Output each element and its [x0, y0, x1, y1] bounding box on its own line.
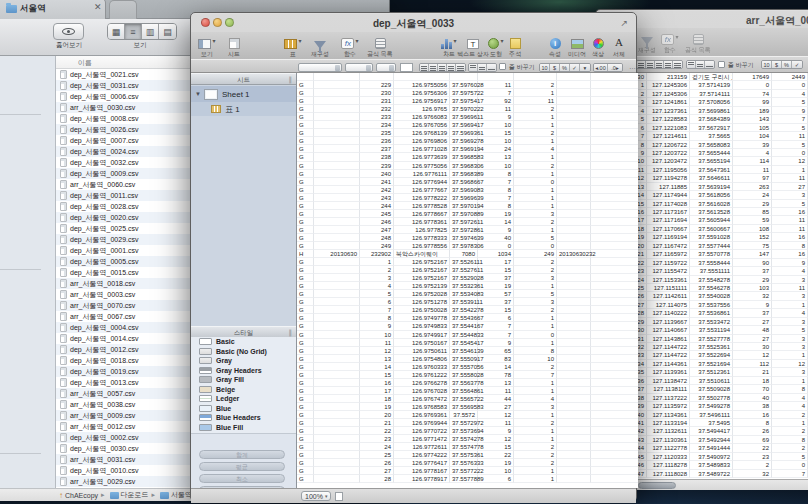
table-row[interactable]: G249126.977855637.597830600 [297, 242, 638, 250]
table-cell[interactable] [591, 97, 638, 105]
table-cell[interactable]: 37.5491444 [690, 444, 733, 452]
number-format-button[interactable]: ✓ [570, 64, 580, 71]
scrollbar-thumb[interactable] [638, 482, 676, 489]
valign-bottom-button[interactable] [705, 61, 714, 68]
table-cell[interactable]: 127.1120333 [647, 453, 690, 461]
table-cell[interactable]: 37.5975417 [450, 97, 478, 105]
table-cell[interactable]: 37.5708056 [690, 98, 733, 106]
table-cell[interactable]: 126.9769944 [394, 419, 450, 427]
table-cell[interactable]: 104 [733, 132, 772, 140]
table-row[interactable]: G10126.974991737.554483370 [297, 331, 638, 339]
table-cell[interactable]: 1 [772, 351, 808, 359]
table-cell[interactable]: 127.1206722 [647, 141, 690, 149]
table-cell[interactable]: 북악스카이웨이 [394, 250, 450, 258]
table-cell[interactable]: 126.9778528 [394, 202, 450, 210]
table-cell[interactable] [557, 97, 591, 105]
table-cell[interactable]: G [297, 371, 314, 379]
table-cell[interactable] [314, 411, 360, 419]
table-cell[interactable]: 126.9772611 [394, 443, 450, 451]
table-row[interactable]: G236126.976980637.5969278101 [297, 137, 638, 145]
align-auto-button[interactable] [456, 64, 465, 71]
number-format-button[interactable]: 10 [762, 61, 772, 68]
table-cell[interactable] [557, 121, 591, 129]
table-cell[interactable]: 37.5972861 [450, 226, 478, 234]
table-cell[interactable] [591, 355, 638, 363]
table-cell[interactable]: 2 [514, 105, 557, 113]
table-cell[interactable]: 7080 [450, 250, 478, 258]
table-row[interactable]: G5126.975202837.5534083575 [297, 290, 638, 298]
table-cell[interactable]: 9 [772, 107, 808, 115]
table-cell[interactable] [591, 290, 638, 298]
table-cell[interactable]: 37.5665 [690, 132, 733, 140]
table-cell[interactable]: 19 [478, 459, 514, 467]
table-cell[interactable] [314, 202, 360, 210]
table-cell[interactable]: 1 [772, 419, 808, 427]
formula-list-button[interactable]: 공식 목록 [682, 30, 714, 55]
table-cell[interactable]: 1 [514, 282, 557, 290]
table-cell[interactable]: 20130630232 [557, 250, 591, 258]
table-cell[interactable]: 127.1138111 [647, 385, 690, 393]
table-cell[interactable] [591, 282, 638, 290]
align-left-button[interactable] [420, 64, 429, 71]
table-cell[interactable] [591, 403, 638, 411]
table-cell[interactable] [557, 170, 591, 178]
table-cell[interactable]: 127.1170667 [647, 225, 690, 233]
table-cell[interactable]: G [297, 162, 314, 170]
table-cell[interactable]: 127.1118278 [647, 461, 690, 469]
table-cell[interactable]: 37.5613528 [690, 208, 733, 216]
table-style-item[interactable]: Basic [191, 337, 296, 347]
table-cell[interactable]: 236 [360, 137, 394, 145]
table-cell[interactable]: 37.5496111 [690, 411, 733, 419]
table-cell[interactable]: 8 [733, 419, 772, 427]
table-cell[interactable] [314, 443, 360, 451]
table-cell[interactable]: 126.9766083 [394, 113, 450, 121]
table-cell[interactable]: 126.9767472 [394, 395, 450, 403]
table-cell[interactable]: 126.9761222 [394, 371, 450, 379]
table-cell[interactable]: G [297, 435, 314, 443]
number-format-button[interactable]: ✓ [792, 61, 802, 68]
table-cell[interactable]: 126.9749917 [394, 331, 450, 339]
table-cell[interactable]: 127.1130361 [647, 436, 690, 444]
table-cell[interactable]: 1 [514, 202, 557, 210]
table-cell[interactable]: 7 [478, 322, 514, 330]
table-cell[interactable]: 3 [772, 318, 808, 326]
table-cell[interactable]: 127.1174028 [647, 200, 690, 208]
table-cell[interactable]: 22 [360, 427, 394, 435]
table-cell[interactable]: 44 [478, 395, 514, 403]
table-cell[interactable]: 126.9749833 [394, 322, 450, 330]
table-cell[interactable] [557, 89, 591, 97]
table-cell[interactable] [314, 435, 360, 443]
table-cell[interactable]: G [297, 113, 314, 121]
table-cell[interactable] [314, 129, 360, 137]
table-row[interactable]: G248126.977833337.5974639405 [297, 234, 638, 242]
table-cell[interactable]: 7 [478, 89, 514, 97]
table-cell[interactable]: 112 [733, 360, 772, 368]
table-cell[interactable]: 126.9750611 [394, 347, 450, 355]
table-cell[interactable]: G [297, 411, 314, 419]
table-cell[interactable]: 0 [772, 461, 808, 469]
table-style-item[interactable]: Gray Headers [191, 366, 296, 376]
table-cell[interactable]: 17649 [733, 73, 772, 81]
table-cell[interactable]: 37.5510611 [690, 377, 733, 385]
column-view-button[interactable]: ▥ [142, 24, 159, 39]
table-cell[interactable]: 70 [733, 385, 772, 393]
table-cell[interactable]: 126.9765 [394, 105, 450, 113]
table-cell[interactable] [591, 162, 638, 170]
table-cell[interactable]: 2 [772, 444, 808, 452]
table-cell[interactable]: 245 [360, 210, 394, 218]
align-justify-button[interactable] [664, 61, 673, 68]
table-cell[interactable]: 235 [360, 129, 394, 137]
table-cell[interactable]: 127.1159722 [647, 259, 690, 267]
table-cell[interactable]: 59 [733, 216, 772, 224]
table-cell[interactable]: 4 [772, 402, 808, 410]
table-cell[interactable]: G [297, 274, 314, 282]
table-cell[interactable] [314, 170, 360, 178]
table-cell[interactable]: 126.977825 [394, 226, 450, 234]
table-cell[interactable]: 37.5563778 [450, 379, 478, 387]
table-cell[interactable]: G [297, 290, 314, 298]
table-cell[interactable]: 37.5672917 [690, 124, 733, 132]
table-cell[interactable] [591, 314, 638, 322]
table-cell[interactable]: 37.5618056 [690, 191, 733, 199]
table-cell[interactable]: 19 [478, 210, 514, 218]
table-cell[interactable]: G [297, 105, 314, 113]
